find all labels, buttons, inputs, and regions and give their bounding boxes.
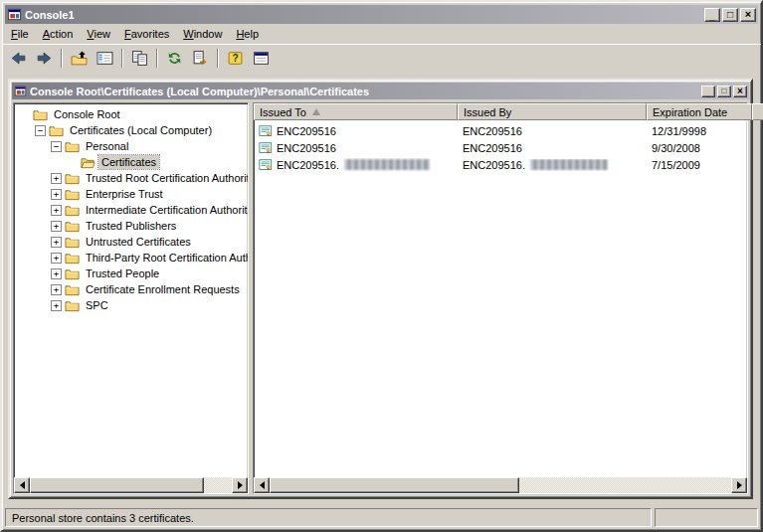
scroll-left-button[interactable]: [14, 477, 30, 493]
maximize-button[interactable]: □: [717, 86, 731, 97]
tree-item-label: Certificates: [98, 155, 159, 169]
scroll-thumb[interactable]: [270, 477, 519, 493]
refresh-icon: [166, 50, 183, 67]
tree-expander-plus-icon[interactable]: +: [51, 253, 62, 264]
list-horizontal-scrollbar[interactable]: [254, 477, 747, 493]
tree-item-third-party-root-certification-authorities[interactable]: +Third-Party Root Certification Authorit…: [17, 250, 248, 266]
tree-horizontal-scrollbar[interactable]: [14, 477, 248, 493]
folder-icon: [65, 281, 81, 297]
close-button[interactable]: ×: [740, 8, 756, 22]
export-list-button[interactable]: [188, 47, 213, 70]
up-one-level-button[interactable]: [67, 47, 92, 70]
mmc-window: Console1 _□× FileActionViewFavoritesWind…: [0, 0, 763, 532]
tree-item-certificates[interactable]: Certificates: [17, 154, 248, 170]
menu-favorites[interactable]: Favorites: [117, 26, 176, 43]
tree-view: Console Root−Certificates (Local Compute…: [14, 103, 248, 477]
tree-item-personal[interactable]: −Personal: [17, 138, 248, 154]
tree-expander-plus-icon[interactable]: +: [51, 300, 62, 311]
arrow-right-icon: [36, 50, 53, 67]
tree-item-trusted-root-certification-authorities[interactable]: +Trusted Root Certification Authorities: [17, 170, 248, 186]
maximize-icon: □: [722, 87, 727, 94]
folder-icon: [33, 106, 49, 122]
tree-item-enterprise-trust[interactable]: +Enterprise Trust: [17, 186, 248, 202]
scroll-track[interactable]: [30, 477, 232, 493]
title-bar[interactable]: Console1 _□×: [5, 5, 758, 24]
new-window-button[interactable]: [249, 47, 274, 70]
minimize-button[interactable]: _: [701, 86, 715, 97]
minimize-button[interactable]: _: [704, 8, 720, 22]
minimize-icon: _: [706, 90, 710, 98]
tree-expander-plus-icon[interactable]: +: [51, 268, 62, 279]
menu-view[interactable]: View: [80, 26, 117, 43]
scroll-left-button[interactable]: [254, 477, 270, 493]
folder-icon: [65, 170, 81, 186]
refresh-button[interactable]: [162, 47, 187, 70]
column-header-issued-by[interactable]: Issued By: [458, 103, 647, 120]
scroll-track[interactable]: [270, 477, 731, 493]
tree-item-certificates-local-computer[interactable]: −Certificates (Local Computer): [17, 122, 248, 138]
child-window-controls: _□×: [701, 86, 747, 97]
folder-icon: [65, 202, 81, 218]
close-icon: ×: [745, 9, 751, 20]
column-header-expiration-date[interactable]: Expiration Date: [647, 103, 752, 120]
triangle-right-icon: [737, 481, 742, 489]
tree-expander-minus-icon[interactable]: −: [35, 125, 46, 136]
tree-item-trusted-people[interactable]: +Trusted People: [17, 266, 248, 281]
tree-expander-minus-icon[interactable]: −: [51, 141, 62, 152]
list-body: ENC209516ENC20951612/31/9998ENC209516ENC…: [254, 120, 747, 477]
forward-button[interactable]: [32, 47, 57, 70]
tree-item-spc[interactable]: +SPC: [17, 297, 248, 313]
menu-action[interactable]: Action: [36, 26, 81, 43]
issued-to-text: ENC209516: [277, 142, 336, 154]
copy-button[interactable]: [127, 47, 152, 70]
maximize-button[interactable]: □: [722, 8, 738, 22]
tree-item-certificate-enrollment-requests[interactable]: +Certificate Enrollment Requests: [17, 281, 248, 297]
toolbar: ?: [2, 44, 761, 71]
folder-icon: [65, 234, 81, 250]
window-controls: _□×: [704, 8, 756, 22]
show-hide-console-tree-button[interactable]: [93, 47, 117, 70]
tree-expander-plus-icon[interactable]: +: [51, 205, 62, 216]
folder-open-icon: [81, 154, 96, 170]
expander-spacer: [67, 157, 78, 168]
certificate-row[interactable]: ENC209516ENC2095169/30/2008: [254, 139, 747, 156]
menu-window[interactable]: Window: [176, 26, 229, 43]
status-message-panel: Personal store contains 3 certificates.: [5, 508, 652, 527]
folder-icon: [65, 297, 81, 313]
back-button[interactable]: [6, 47, 31, 70]
tree-expander-plus-icon[interactable]: +: [51, 189, 62, 200]
help-icon: ?: [227, 50, 244, 67]
expander-spacer: [19, 109, 30, 120]
tree-item-label: Console Root: [51, 107, 123, 121]
issued-by-cell: ENC209516.: [458, 159, 647, 171]
scroll-thumb[interactable]: [30, 477, 204, 493]
tree-item-intermediate-certification-authorities[interactable]: +Intermediate Certification Authorities: [17, 202, 248, 218]
tree-item-untrusted-certificates[interactable]: +Untrusted Certificates: [17, 234, 248, 250]
tree-item-label: Trusted Publishers: [83, 219, 179, 233]
tree-expander-plus-icon[interactable]: +: [51, 237, 62, 248]
export-list-icon: [192, 50, 209, 67]
tree-item-console-root[interactable]: Console Root: [17, 106, 248, 122]
scroll-right-button[interactable]: [232, 477, 248, 493]
toolbar-separator: [217, 49, 219, 68]
issued-to-cell: ENC209516: [254, 124, 458, 138]
tree-item-label: Certificate Enrollment Requests: [83, 282, 243, 296]
menu-file[interactable]: File: [4, 26, 36, 43]
certificate-row[interactable]: ENC209516ENC20951612/31/9998: [254, 122, 747, 139]
tree-expander-plus-icon[interactable]: +: [51, 284, 62, 295]
child-title-bar[interactable]: Console Root\Certificates (Local Compute…: [12, 83, 749, 99]
certificate-row[interactable]: ENC209516.ENC209516.7/15/2009: [254, 156, 747, 173]
tree-item-trusted-publishers[interactable]: +Trusted Publishers: [17, 218, 248, 234]
expiration-text: 7/15/2009: [652, 159, 700, 171]
column-header-issued-to[interactable]: Issued To: [254, 103, 458, 120]
help-button[interactable]: ?: [223, 47, 248, 70]
tree-expander-plus-icon[interactable]: +: [51, 173, 62, 184]
expiration-cell: 9/30/2008: [647, 142, 747, 154]
tree-expander-plus-icon[interactable]: +: [51, 221, 62, 232]
menu-help[interactable]: Help: [229, 26, 266, 43]
new-window-icon: [253, 50, 270, 67]
close-button[interactable]: ×: [733, 86, 747, 97]
list-container: Issued ToIssued ByExpiration Date ENC209…: [253, 102, 748, 494]
window-title: Console1: [25, 9, 701, 21]
scroll-right-button[interactable]: [731, 477, 747, 493]
